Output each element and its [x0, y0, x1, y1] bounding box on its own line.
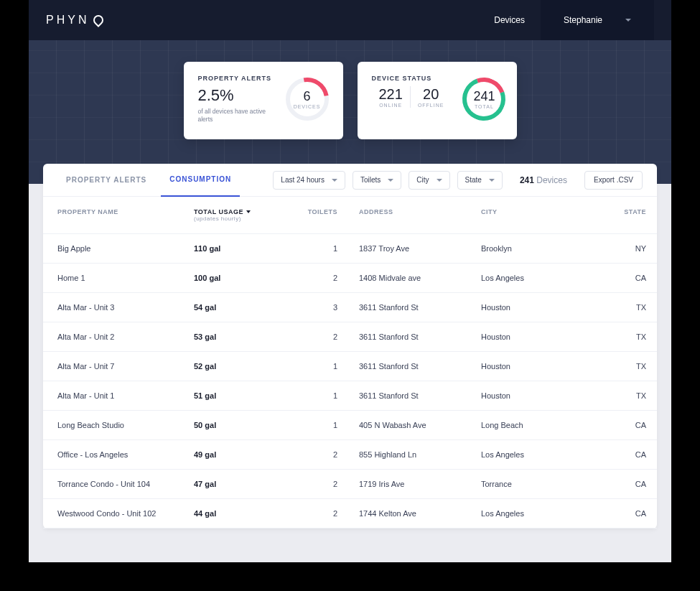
cell-state: TX — [582, 332, 646, 341]
cell-toilets: 2 — [280, 274, 359, 282]
cell-toilets: 1 — [280, 391, 359, 400]
cell-usage: 49 gal — [194, 450, 280, 459]
cell-state: CA — [582, 450, 646, 459]
cell-toilets: 2 — [280, 332, 359, 341]
alerts-card-label: PROPERTY ALERTS — [198, 75, 274, 82]
device-count-number: 241 — [520, 175, 534, 185]
cell-usage: 50 gal — [194, 421, 280, 429]
table-row[interactable]: Alta Mar - Unit 151 gal13611 Stanford St… — [43, 381, 657, 411]
cell-address: 1837 Troy Ave — [359, 244, 481, 253]
usage-header-text: TOTAL USAGE — [194, 208, 243, 215]
topbar: PHYN Devices Stephanie — [29, 0, 671, 40]
col-toilets[interactable]: TOILETS — [280, 208, 359, 222]
cell-state: NY — [582, 244, 646, 253]
cell-usage: 44 gal — [194, 509, 280, 518]
cell-usage: 100 gal — [194, 274, 280, 282]
cell-usage: 53 gal — [194, 332, 280, 341]
cell-toilets: 2 — [280, 450, 359, 459]
cell-state: CA — [582, 274, 646, 282]
online-value: 221 — [379, 86, 403, 103]
cell-address: 855 Highland Ln — [359, 450, 481, 459]
cell-toilets: 1 — [280, 244, 359, 253]
cell-toilets: 2 — [280, 509, 359, 518]
cell-toilets: 3 — [280, 303, 359, 312]
device-count: 241 Devices — [520, 175, 567, 185]
cell-city: Houston — [481, 391, 582, 400]
col-property-name[interactable]: PROPERTY NAME — [57, 208, 194, 222]
cell-toilets: 1 — [280, 362, 359, 371]
cell-usage: 51 gal — [194, 391, 280, 400]
app-frame: PHYN Devices Stephanie PROPERTY ALERTS 2… — [29, 0, 671, 562]
status-online: 221 ONLINE — [372, 86, 411, 108]
cell-city: Houston — [481, 362, 582, 371]
table-body: Big Apple110 gal11837 Troy AveBrooklynNY… — [43, 234, 657, 529]
droplet-icon — [92, 13, 106, 27]
table-row[interactable]: Alta Mar - Unit 354 gal33611 Stanford St… — [43, 293, 657, 322]
user-menu[interactable]: Stephanie — [541, 0, 654, 40]
filter-type[interactable]: Toilets — [353, 171, 401, 190]
offline-label: OFFLINE — [418, 103, 444, 108]
brand-text: PHYN — [46, 14, 89, 27]
alerts-percentage: 2.5% — [198, 86, 274, 105]
tab-property-alerts[interactable]: PROPERTY ALERTS — [57, 164, 155, 197]
filter-city-label: City — [416, 176, 429, 184]
cell-city: Brooklyn — [481, 244, 582, 253]
export-csv-button[interactable]: Export .CSV — [584, 171, 643, 190]
chevron-down-icon — [489, 179, 495, 182]
cell-address: 1719 Iris Ave — [359, 480, 481, 488]
alerts-subtext: of all devices have active alerts — [198, 108, 274, 124]
filter-state[interactable]: State — [457, 171, 503, 190]
cell-usage: 52 gal — [194, 362, 280, 371]
table-row[interactable]: Alta Mar - Unit 253 gal23611 Stanford St… — [43, 322, 657, 352]
hero-section: PROPERTY ALERTS 2.5% of all devices have… — [29, 40, 671, 184]
filter-time[interactable]: Last 24 hours — [273, 171, 345, 190]
cell-usage: 47 gal — [194, 480, 280, 488]
col-address[interactable]: ADDRESS — [359, 208, 481, 222]
col-city[interactable]: CITY — [481, 208, 582, 222]
cell-state: CA — [582, 421, 646, 429]
user-name: Stephanie — [564, 15, 602, 25]
cell-address: 1744 Kelton Ave — [359, 509, 481, 518]
cell-property-name: Alta Mar - Unit 2 — [57, 332, 194, 341]
cell-property-name: Alta Mar - Unit 1 — [57, 391, 194, 400]
table-row[interactable]: Westwood Condo - Unit 10244 gal21744 Kel… — [43, 499, 657, 529]
cell-city: Torrance — [481, 480, 582, 488]
device-status-card: DEVICE STATUS 221 ONLINE 20 OFFLINE 241 … — [358, 62, 517, 139]
status-offline: 20 OFFLINE — [411, 86, 452, 108]
cell-state: CA — [582, 480, 646, 488]
alerts-ring: 6 DEVICES — [286, 78, 329, 121]
table-header: PROPERTY NAME TOTAL USAGE (updates hourl… — [43, 197, 657, 234]
col-total-usage[interactable]: TOTAL USAGE (updates hourly) — [194, 208, 280, 222]
device-count-label: Devices — [536, 175, 567, 185]
table-row[interactable]: Big Apple110 gal11837 Troy AveBrooklynNY — [43, 234, 657, 264]
cell-property-name: Big Apple — [57, 244, 194, 253]
table-row[interactable]: Long Beach Studio50 gal1405 N Wabash Ave… — [43, 411, 657, 440]
table-row[interactable]: Office - Los Angeles49 gal2855 Highland … — [43, 440, 657, 470]
cell-toilets: 2 — [280, 480, 359, 488]
sort-desc-icon — [246, 210, 251, 213]
filter-city[interactable]: City — [409, 171, 449, 190]
alerts-text-group: PROPERTY ALERTS 2.5% of all devices have… — [198, 75, 274, 126]
cell-address: 1408 Midvale ave — [359, 274, 481, 282]
table-row[interactable]: Alta Mar - Unit 752 gal13611 Stanford St… — [43, 352, 657, 381]
cell-city: Los Angeles — [481, 509, 582, 518]
col-state[interactable]: STATE — [582, 208, 646, 222]
status-ring: 241 TOTAL — [462, 78, 505, 121]
cell-property-name: Torrance Condo - Unit 104 — [57, 480, 194, 488]
table-row[interactable]: Home 1100 gal21408 Midvale aveLos Angele… — [43, 264, 657, 293]
nav-devices[interactable]: Devices — [478, 0, 541, 40]
filter-type-label: Toilets — [360, 176, 381, 184]
table-row[interactable]: Torrance Condo - Unit 10447 gal21719 Iri… — [43, 470, 657, 499]
status-numbers: 221 ONLINE 20 OFFLINE — [372, 86, 452, 108]
cell-state: TX — [582, 362, 646, 371]
cell-address: 3611 Stanford St — [359, 362, 481, 371]
online-label: ONLINE — [379, 103, 403, 108]
cell-address: 405 N Wabash Ave — [359, 421, 481, 429]
cell-toilets: 1 — [280, 421, 359, 429]
offline-value: 20 — [418, 86, 444, 103]
filter-state-label: State — [465, 176, 482, 184]
cell-state: CA — [582, 509, 646, 518]
tab-consumption[interactable]: CONSUMPTION — [161, 164, 240, 197]
cell-address: 3611 Stanford St — [359, 391, 481, 400]
status-card-label: DEVICE STATUS — [372, 75, 452, 82]
